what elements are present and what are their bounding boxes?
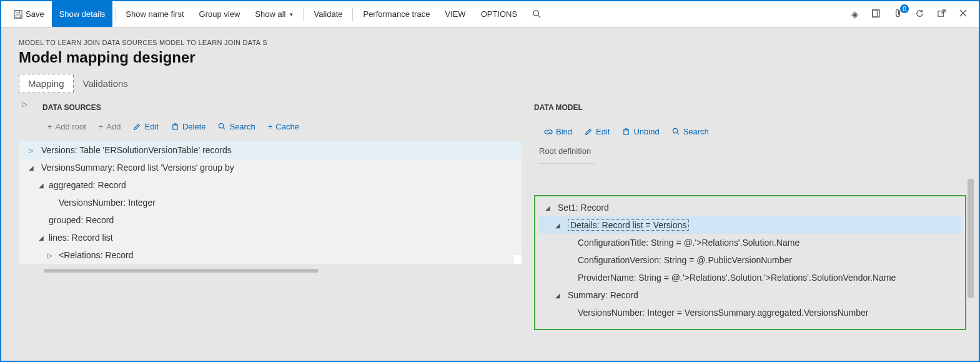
tree-node-versions-summary[interactable]: ◢VersionsSummary: Record list 'Versions'… [19, 159, 522, 176]
link-icon [544, 128, 553, 136]
options-button[interactable]: OPTIONS [473, 1, 525, 27]
svg-line-14 [224, 128, 225, 129]
toolbar-search-button[interactable] [525, 1, 549, 27]
show-name-first-button[interactable]: Show name first [118, 1, 191, 27]
tree-node-details[interactable]: ◢Details: Record list = Versions [539, 216, 961, 234]
tree-node-config-version[interactable]: ConfigurationVersion: String = @.PublicV… [539, 251, 961, 269]
popout-icon [937, 9, 946, 18]
refresh-button[interactable] [909, 9, 931, 20]
edit-label: Edit [144, 122, 158, 131]
add-root-label: Add root [56, 122, 86, 131]
tabs: Mapping Validations [19, 74, 961, 93]
tree-node-relations[interactable]: ▷<Relations: Record [19, 246, 522, 264]
tab-validations-label: Validations [83, 78, 128, 89]
office-icon[interactable] [865, 9, 887, 20]
page-vertical-scrollbar[interactable] [968, 179, 974, 298]
collapse-icon[interactable]: ◢ [544, 204, 552, 211]
separator [303, 8, 304, 21]
svg-line-4 [538, 15, 541, 18]
tree-node-dm-versions-number[interactable]: VersionsNumber: Integer = VersionsSummar… [539, 304, 961, 321]
data-sources-tree: ▷Versions: Table 'ERSolutionVersionTable… [19, 141, 522, 264]
node-label: aggregated: Record [49, 180, 126, 190]
validate-button[interactable]: Validate [306, 1, 350, 27]
expand-icon[interactable]: ▷ [27, 147, 35, 154]
bind-button[interactable]: Bind [539, 126, 577, 138]
trash-icon [171, 123, 179, 131]
group-view-button[interactable]: Group view [192, 1, 248, 27]
add-button[interactable]: +Add [94, 121, 126, 133]
tree-node-summary[interactable]: ◢Summary: Record [539, 286, 961, 304]
collapse-icon[interactable]: ◢ [554, 222, 562, 229]
data-model-tree: ◢Set1: Record ◢Details: Record list = Ve… [539, 199, 961, 321]
data-model-panel: DATA MODEL Bind Edit Unbind Search Root … [534, 99, 973, 330]
search-icon [532, 9, 542, 19]
page-header: MODEL TO LEARN JOIN DATA SOURCES MODEL T… [1, 28, 979, 99]
view-button[interactable]: VIEW [437, 1, 473, 27]
main-toolbar: Save Show details Show name first Group … [1, 1, 979, 28]
search-button[interactable]: Search [667, 126, 714, 138]
popout-button[interactable] [931, 9, 953, 20]
node-label: grouped: Record [49, 215, 114, 225]
validate-label: Validate [314, 9, 342, 19]
svg-point-13 [219, 123, 224, 128]
scrollbar-corner [514, 255, 522, 264]
svg-rect-2 [16, 14, 21, 17]
node-label: VersionsNumber: Integer = VersionsSummar… [578, 308, 868, 318]
plus-icon: + [47, 122, 52, 131]
unbind-label: Unbind [633, 127, 659, 136]
gem-icon[interactable]: ◈ [845, 9, 865, 20]
save-label: Save [26, 9, 44, 19]
tree-node-grouped[interactable]: grouped: Record [19, 211, 522, 229]
unbind-button[interactable]: Unbind [617, 126, 664, 138]
save-button[interactable]: Save [6, 1, 52, 27]
data-sources-panel: ▷ DATA SOURCES +Add root +Add Edit Delet… [19, 99, 522, 330]
edit-button[interactable]: Edit [128, 121, 163, 133]
search-button[interactable]: Search [213, 121, 260, 133]
tree-node-versions[interactable]: ▷Versions: Table 'ERSolutionVersionTable… [19, 141, 522, 159]
node-label: Set1: Record [558, 203, 609, 213]
edit-label: Edit [596, 127, 610, 136]
separator [115, 8, 116, 21]
tab-validations[interactable]: Validations [74, 74, 137, 93]
tab-mapping-label: Mapping [28, 78, 64, 89]
add-label: Add [106, 122, 121, 131]
separator [352, 8, 353, 21]
plus-icon: + [268, 122, 273, 131]
tree-node-set1[interactable]: ◢Set1: Record [539, 199, 961, 216]
tree-node-lines[interactable]: ◢lines: Record list [19, 229, 522, 246]
pencil-icon [585, 128, 593, 136]
trash-icon [622, 128, 630, 136]
performance-trace-button[interactable]: Performance trace [355, 1, 437, 27]
collapse-icon[interactable]: ◢ [37, 182, 45, 189]
cache-button[interactable]: +Cache [263, 121, 304, 133]
show-all-button[interactable]: Show all▾ [247, 1, 300, 27]
collapse-icon[interactable]: ◢ [37, 234, 45, 241]
tree-node-config-title[interactable]: ConfigurationTitle: String = @.'>Relatio… [539, 234, 961, 251]
view-label: VIEW [445, 9, 465, 19]
search-label: Search [683, 127, 709, 136]
collapse-icon[interactable]: ◢ [27, 164, 35, 171]
edit-button[interactable]: Edit [580, 126, 615, 138]
attachments-button[interactable]: 0 [887, 8, 909, 21]
add-root-button[interactable]: +Add root [42, 121, 91, 133]
save-icon [14, 10, 22, 19]
tab-mapping[interactable]: Mapping [19, 74, 74, 93]
collapse-panel-icon[interactable]: ▷ [19, 99, 31, 108]
tree-node-versions-number[interactable]: VersionsNumber: Integer [19, 194, 522, 211]
collapse-icon[interactable]: ◢ [554, 292, 562, 299]
search-icon [672, 128, 680, 136]
tree-node-aggregated[interactable]: ◢aggregated: Record [19, 176, 522, 194]
delete-button[interactable]: Delete [166, 121, 211, 133]
tree-node-provider-name[interactable]: ProviderName: String = @.'>Relations'.So… [539, 269, 961, 286]
node-label: <Relations: Record [59, 250, 133, 260]
options-label: OPTIONS [481, 9, 518, 19]
close-button[interactable] [953, 9, 974, 19]
breadcrumb: MODEL TO LEARN JOIN DATA SOURCES MODEL T… [19, 39, 961, 46]
expand-icon[interactable]: ▷ [46, 252, 54, 259]
svg-rect-15 [624, 130, 628, 134]
horizontal-scrollbar[interactable] [44, 269, 319, 273]
data-sources-heading: DATA SOURCES [19, 99, 522, 118]
svg-line-19 [677, 133, 679, 134]
svg-rect-10 [173, 125, 177, 129]
show-details-button[interactable]: Show details [52, 1, 113, 27]
